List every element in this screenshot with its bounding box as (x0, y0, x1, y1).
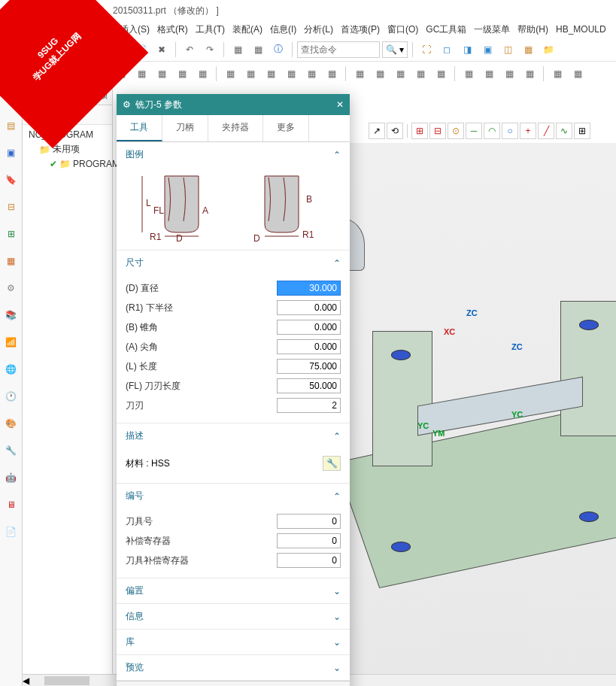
input-fl[interactable] (277, 378, 341, 393)
tool-op18-icon[interactable]: ▦ (371, 65, 389, 83)
tool-op20-icon[interactable]: ▦ (411, 65, 429, 83)
licon-list-icon[interactable]: ⊞ (3, 226, 20, 242)
licon-assembly-icon[interactable]: ▤ (3, 117, 20, 134)
vpt-sel2-icon[interactable]: ⊟ (429, 123, 446, 139)
vpt-arrow-icon[interactable]: ↗ (369, 123, 385, 139)
menu-format[interactable]: 格式(R) (154, 22, 191, 38)
vpt-orbit-icon[interactable]: ⟲ (387, 123, 403, 139)
section-header-desc[interactable]: 描述⌃ (117, 423, 350, 448)
tab-more[interactable]: 更多 (263, 115, 309, 141)
vpt-arc-icon[interactable]: ◠ (484, 123, 500, 139)
tool-op27-icon[interactable]: ▦ (569, 65, 587, 83)
tool-op26-icon[interactable]: ▦ (548, 65, 566, 83)
tool-wire-icon[interactable]: ▣ (478, 41, 496, 59)
input-l[interactable] (277, 359, 341, 374)
input-toolnum[interactable] (277, 514, 341, 529)
search-input[interactable] (297, 41, 380, 58)
licon-monitor-icon[interactable]: 🖥 (3, 496, 20, 513)
vpt-point-icon[interactable]: ⊙ (448, 123, 464, 139)
section-header-library[interactable]: 库⌄ (117, 630, 350, 654)
input-diameter[interactable] (277, 281, 341, 296)
input-r1[interactable] (277, 300, 341, 315)
tool-op17-icon[interactable]: ▦ (350, 65, 369, 83)
tool-redo-icon[interactable]: ↷ (201, 41, 219, 59)
tool-help-icon[interactable]: ⓘ (269, 41, 287, 59)
menu-info[interactable]: 信息(I) (267, 22, 299, 38)
vpt-slash-icon[interactable]: ╱ (538, 123, 554, 139)
licon-palette-icon[interactable]: 🎨 (3, 415, 20, 432)
tool-op7-icon[interactable]: ▦ (132, 65, 150, 83)
menu-prefs[interactable]: 首选项(P) (338, 22, 383, 38)
scrollbar-thumb[interactable] (44, 676, 90, 685)
menu-help[interactable]: 帮助(H) (514, 22, 551, 38)
vpt-line-icon[interactable]: ─ (466, 123, 482, 139)
tool-op8-icon[interactable]: ▦ (153, 65, 171, 83)
tool-open2-icon[interactable]: 📁 (539, 41, 557, 59)
tool-op22-icon[interactable]: ▦ (460, 65, 478, 83)
scroll-left-icon[interactable]: ◀ (23, 675, 29, 686)
menu-level1[interactable]: 一级菜单 (471, 22, 513, 38)
menu-assembly[interactable]: 装配(A) (229, 22, 266, 38)
tool-op10-icon[interactable]: ▦ (193, 65, 211, 83)
licon-machine-icon[interactable]: ⚙ (3, 280, 20, 296)
tool-fitview-icon[interactable]: ⛶ (417, 41, 435, 59)
tool-op21-icon[interactable]: ▦ (432, 65, 450, 83)
input-b[interactable] (277, 320, 341, 335)
tab-shank[interactable]: 刀柄 (162, 115, 208, 141)
licon-doc-icon[interactable]: 📄 (3, 524, 20, 540)
licon-grid-icon[interactable]: ▦ (3, 253, 20, 269)
licon-books-icon[interactable]: 📚 (3, 307, 20, 323)
nav-program[interactable]: ✔ 📁 PROGRAM (26, 157, 109, 171)
tool-op12-icon[interactable]: ▦ (241, 65, 259, 83)
vpt-sel1-icon[interactable]: ⊞ (411, 123, 428, 139)
menu-hbmould[interactable]: HB_MOULD (553, 23, 609, 36)
tool-op19-icon[interactable]: ▦ (391, 65, 409, 83)
licon-tool-icon[interactable]: 🔧 (3, 442, 20, 459)
tab-tool[interactable]: 工具 (117, 115, 162, 141)
tool-op24-icon[interactable]: ▦ (500, 65, 518, 83)
tool-delete-icon[interactable]: ✖ (153, 41, 171, 59)
tool-op15-icon[interactable]: ▦ (302, 65, 320, 83)
section-header-size[interactable]: 尺寸⌃ (117, 250, 350, 275)
tool-iso-icon[interactable]: ◻ (438, 41, 456, 59)
licon-bookmark-icon[interactable]: 🔖 (3, 172, 20, 188)
menu-window[interactable]: 窗口(O) (384, 22, 421, 38)
tool-shade-icon[interactable]: ◨ (458, 41, 476, 59)
tab-holder[interactable]: 夹持器 (208, 115, 263, 141)
licon-part-icon[interactable]: ▣ (3, 144, 20, 161)
licon-clock-icon[interactable]: 🕐 (3, 388, 20, 405)
tool-misc1-icon[interactable]: ▦ (229, 41, 247, 59)
licon-wifi-icon[interactable]: 📶 (3, 334, 20, 351)
licon-tree-icon[interactable]: ⊟ (3, 199, 20, 215)
menu-analysis[interactable]: 分析(L) (301, 22, 336, 38)
dialog-title-bar[interactable]: ⚙ 铣刀-5 参数 ✕ (117, 94, 350, 115)
input-edges[interactable] (277, 398, 341, 413)
tool-op13-icon[interactable]: ▦ (262, 65, 280, 83)
tool-op16-icon[interactable]: ▦ (323, 65, 341, 83)
licon-globe-icon[interactable]: 🌐 (3, 361, 20, 378)
tool-undo-icon[interactable]: ↶ (181, 41, 199, 59)
section-header-number[interactable]: 编号⌃ (117, 484, 350, 508)
tool-op23-icon[interactable]: ▦ (480, 65, 498, 83)
nav-unused[interactable]: 📁 未用项 (26, 141, 109, 157)
menu-gctools[interactable]: GC工具箱 (423, 22, 469, 38)
vpt-circ-icon[interactable]: ○ (502, 123, 518, 139)
wrench-icon[interactable]: 🔧 (323, 456, 341, 471)
tool-layer-icon[interactable]: ▦ (519, 41, 537, 59)
licon-robot-icon[interactable]: 🤖 (3, 469, 20, 486)
vpt-plus-icon[interactable]: + (520, 123, 536, 139)
tool-op25-icon[interactable]: ▦ (520, 65, 539, 83)
close-icon[interactable]: ✕ (336, 99, 344, 110)
section-header-legend[interactable]: 图例⌃ (117, 142, 350, 167)
tool-op14-icon[interactable]: ▦ (282, 65, 300, 83)
tool-op9-icon[interactable]: ▦ (173, 65, 191, 83)
tool-op11-icon[interactable]: ▦ (221, 65, 239, 83)
input-comp[interactable] (277, 533, 341, 548)
section-header-info[interactable]: 信息⌄ (117, 604, 350, 629)
input-toolcomp[interactable] (277, 553, 341, 568)
viewport-3d[interactable]: ZC XC ZC YC YC YM (350, 143, 616, 686)
vpt-curve-icon[interactable]: ∿ (556, 123, 572, 139)
tool-box-icon[interactable]: ◫ (499, 41, 517, 59)
menu-tools[interactable]: 工具(T) (193, 22, 228, 38)
section-header-offset[interactable]: 偏置⌄ (117, 578, 350, 603)
